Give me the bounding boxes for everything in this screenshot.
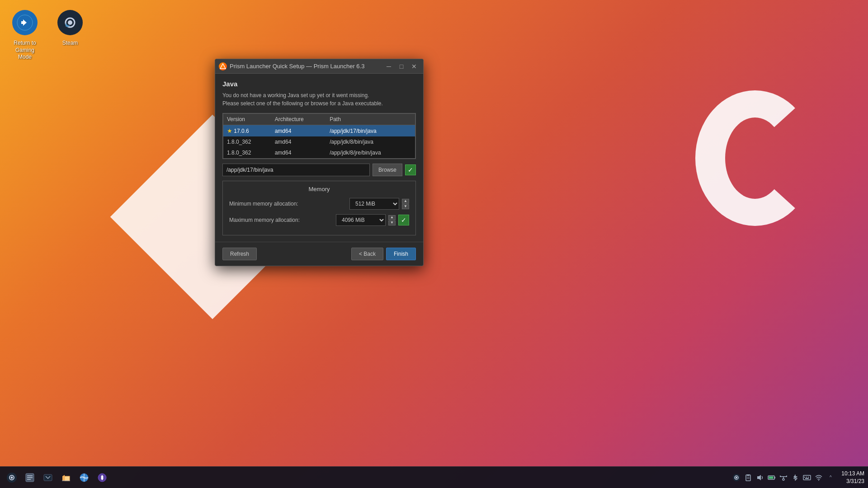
java-table: Version Architecture Path ★ 17.0.6amd64/…	[223, 113, 415, 159]
java-path-input[interactable]	[222, 164, 370, 176]
min-memory-label: Minimum memory allocation:	[229, 201, 298, 207]
java-path-cell: /app/jdk/8/bin/java	[326, 136, 415, 147]
java-version-cell: 1.8.0_362	[223, 136, 271, 147]
col-arch: Architecture	[271, 114, 326, 125]
java-arch-cell: amd64	[271, 136, 326, 147]
tray-keyboard-icon[interactable]	[802, 473, 811, 482]
back-button[interactable]: < Back	[351, 248, 383, 260]
browse-button[interactable]: Browse	[373, 164, 402, 176]
java-path-cell: /app/jdk/8/jre/bin/java	[326, 147, 415, 159]
steam-label: Steam	[62, 40, 78, 47]
min-memory-spinner: ▲ ▼	[402, 199, 409, 209]
finish-button[interactable]: Finish	[386, 248, 416, 260]
path-input-row: Browse ✓	[222, 164, 416, 176]
system-tray: ^	[728, 473, 839, 482]
star-icon: ★	[227, 127, 232, 134]
prism-launcher-dialog: Prism Launcher Quick Setup — Prism Launc…	[215, 59, 424, 266]
svg-rect-37	[804, 477, 805, 478]
svg-marker-27	[757, 475, 761, 480]
close-button[interactable]: ✕	[409, 62, 420, 71]
max-memory-label: Maximum memory allocation:	[229, 217, 300, 223]
taskbar: ^ 10:13 AM 3/31/23	[0, 466, 868, 488]
desktop-background	[0, 0, 868, 488]
table-row[interactable]: 1.8.0_362amd64/app/jdk/8/bin/java	[223, 136, 415, 147]
path-valid-indicator: ✓	[405, 164, 416, 175]
min-memory-up[interactable]: ▲	[402, 199, 409, 204]
java-arch-cell: amd64	[271, 147, 326, 159]
tray-wifi-icon[interactable]	[814, 473, 823, 482]
tray-network-icon[interactable]	[779, 473, 788, 482]
java-table-container[interactable]: Version Architecture Path ★ 17.0.6amd64/…	[222, 113, 416, 159]
svg-rect-14	[65, 476, 70, 481]
max-memory-valid: ✓	[398, 215, 409, 225]
java-description: You do not have a working Java set up ye…	[222, 91, 416, 108]
svg-rect-10	[27, 475, 33, 476]
table-header-row: Version Architecture Path	[223, 114, 415, 125]
tray-steam-icon[interactable]	[732, 473, 741, 482]
refresh-button[interactable]: Refresh	[222, 248, 257, 260]
max-memory-select[interactable]: 4096 MiB 8192 MiB	[336, 214, 386, 226]
dialog-footer: Refresh < Back Finish	[215, 242, 423, 266]
maximize-button[interactable]: □	[396, 62, 407, 71]
svg-rect-40	[805, 478, 809, 479]
svg-rect-11	[27, 477, 33, 478]
max-memory-spinner: ▲ ▼	[388, 215, 396, 225]
svg-rect-29	[769, 476, 774, 479]
memory-title: Memory	[229, 186, 409, 192]
max-memory-down[interactable]: ▼	[388, 221, 396, 225]
clock-time: 10:13 AM	[841, 470, 864, 478]
steam-desktop-icon[interactable]: Steam	[50, 5, 90, 65]
tray-expand-icon[interactable]: ^	[826, 473, 835, 482]
dialog-titlebar: Prism Launcher Quick Setup — Prism Launc…	[215, 59, 423, 74]
c-decoration	[695, 90, 815, 226]
table-row[interactable]: ★ 17.0.6amd64/app/jdk/17/bin/java	[223, 125, 415, 137]
java-version-cell: ★ 17.0.6	[223, 125, 271, 137]
max-memory-up[interactable]: ▲	[388, 215, 396, 220]
svg-rect-30	[774, 477, 775, 479]
min-memory-control: 512 MiB 1024 MiB ▲ ▼	[349, 198, 409, 210]
taskbar-app-3[interactable]	[40, 469, 56, 486]
return-gaming-label: Return toGaming Mode	[8, 40, 42, 61]
titlebar-left: Prism Launcher Quick Setup — Prism Launc…	[219, 62, 364, 70]
titlebar-buttons: ─ □ ✕	[383, 62, 420, 71]
svg-rect-13	[44, 474, 52, 481]
svg-rect-39	[808, 477, 809, 478]
tray-clipboard-icon[interactable]	[744, 473, 753, 482]
java-path-cell: /app/jdk/17/bin/java	[326, 125, 415, 137]
tray-battery-icon[interactable]	[767, 473, 776, 482]
taskbar-app-2[interactable]	[22, 469, 38, 486]
svg-point-19	[101, 476, 104, 479]
max-memory-row: Maximum memory allocation: 4096 MiB 8192…	[229, 214, 409, 226]
svg-point-3	[68, 20, 72, 25]
col-path: Path	[326, 114, 415, 125]
steam-img	[57, 10, 83, 35]
taskbar-app-6[interactable]	[94, 469, 110, 486]
svg-point-8	[11, 476, 13, 479]
taskbar-app-5[interactable]	[76, 469, 92, 486]
clock-date: 3/31/23	[841, 478, 864, 485]
table-row[interactable]: 1.8.0_362amd64/app/jdk/8/jre/bin/java	[223, 147, 415, 159]
desktop-icons: Return toGaming Mode Steam	[0, 0, 95, 69]
minimize-button[interactable]: ─	[383, 62, 394, 71]
return-gaming-icon[interactable]: Return toGaming Mode	[5, 5, 45, 65]
svg-rect-12	[27, 479, 31, 480]
dialog-title: Prism Launcher Quick Setup — Prism Launc…	[230, 63, 364, 70]
java-arch-cell: amd64	[271, 125, 326, 137]
svg-point-32	[783, 479, 784, 480]
svg-rect-24	[747, 474, 750, 476]
taskbar-app-4[interactable]	[58, 469, 74, 486]
memory-section: Memory Minimum memory allocation: 512 Mi…	[222, 181, 416, 235]
dialog-content: Java You do not have a working Java set …	[215, 74, 423, 242]
taskbar-left	[4, 469, 110, 486]
return-gaming-img	[12, 10, 38, 35]
min-memory-row: Minimum memory allocation: 512 MiB 1024 …	[229, 198, 409, 210]
col-version: Version	[223, 114, 271, 125]
max-memory-control: 4096 MiB 8192 MiB ▲ ▼ ✓	[336, 214, 409, 226]
svg-point-41	[818, 480, 819, 481]
taskbar-steam-deck[interactable]	[4, 469, 20, 486]
taskbar-clock[interactable]: 10:13 AM 3/31/23	[841, 470, 864, 485]
min-memory-select[interactable]: 512 MiB 1024 MiB	[349, 198, 399, 210]
tray-volume-icon[interactable]	[755, 473, 764, 482]
tray-bluetooth-icon[interactable]	[791, 473, 800, 482]
min-memory-down[interactable]: ▼	[402, 204, 409, 209]
